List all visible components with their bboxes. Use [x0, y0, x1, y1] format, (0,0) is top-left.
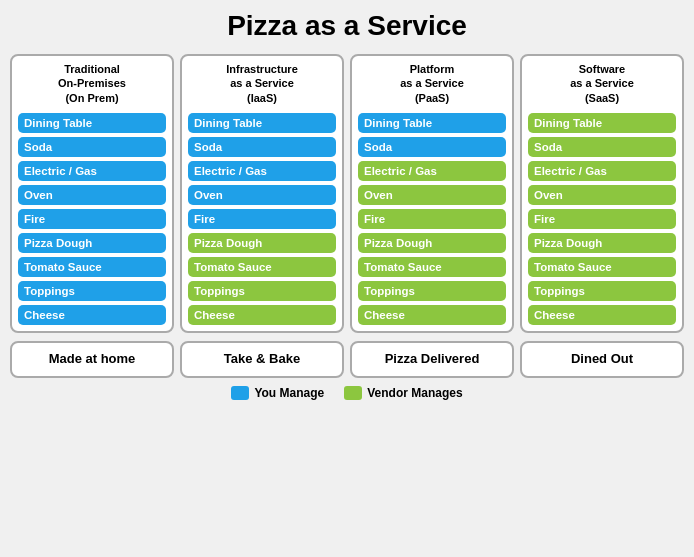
- item-electric--gas-on-prem: Electric / Gas: [18, 161, 166, 181]
- legend-color-box: [231, 386, 249, 400]
- item-fire-iaas: Fire: [188, 209, 336, 229]
- footer-label-saas: Dined Out: [520, 341, 684, 378]
- legend-item: You Manage: [231, 386, 324, 400]
- item-tomato-sauce-on-prem: Tomato Sauce: [18, 257, 166, 277]
- footer-label-paas: Pizza Delivered: [350, 341, 514, 378]
- item-fire-paas: Fire: [358, 209, 506, 229]
- item-cheese-on-prem: Cheese: [18, 305, 166, 325]
- item-fire-saas: Fire: [528, 209, 676, 229]
- legend-label: Vendor Manages: [367, 386, 462, 400]
- footer-row: Made at homeTake & BakePizza DeliveredDi…: [10, 341, 684, 378]
- item-soda-iaas: Soda: [188, 137, 336, 157]
- item-cheese-paas: Cheese: [358, 305, 506, 325]
- column-paas: Platform as a Service (PaaS)Dining Table…: [350, 54, 514, 333]
- item-tomato-sauce-iaas: Tomato Sauce: [188, 257, 336, 277]
- item-dining-table-on-prem: Dining Table: [18, 113, 166, 133]
- item-electric--gas-paas: Electric / Gas: [358, 161, 506, 181]
- item-toppings-iaas: Toppings: [188, 281, 336, 301]
- col-header-on-prem: Traditional On-Premises (On Prem): [18, 62, 166, 105]
- item-oven-paas: Oven: [358, 185, 506, 205]
- item-toppings-saas: Toppings: [528, 281, 676, 301]
- item-soda-paas: Soda: [358, 137, 506, 157]
- legend-item: Vendor Manages: [344, 386, 462, 400]
- item-cheese-iaas: Cheese: [188, 305, 336, 325]
- page-title: Pizza as a Service: [227, 10, 467, 42]
- item-oven-iaas: Oven: [188, 185, 336, 205]
- col-header-iaas: Infrastructure as a Service (IaaS): [188, 62, 336, 105]
- item-pizza-dough-iaas: Pizza Dough: [188, 233, 336, 253]
- item-electric--gas-saas: Electric / Gas: [528, 161, 676, 181]
- col-header-paas: Platform as a Service (PaaS): [358, 62, 506, 105]
- item-dining-table-paas: Dining Table: [358, 113, 506, 133]
- legend-label: You Manage: [254, 386, 324, 400]
- item-electric--gas-iaas: Electric / Gas: [188, 161, 336, 181]
- footer-label-iaas: Take & Bake: [180, 341, 344, 378]
- item-soda-saas: Soda: [528, 137, 676, 157]
- column-saas: Software as a Service (SaaS)Dining Table…: [520, 54, 684, 333]
- column-iaas: Infrastructure as a Service (IaaS)Dining…: [180, 54, 344, 333]
- column-on-prem: Traditional On-Premises (On Prem)Dining …: [10, 54, 174, 333]
- columns-wrapper: Traditional On-Premises (On Prem)Dining …: [10, 54, 684, 333]
- footer-label-on-prem: Made at home: [10, 341, 174, 378]
- item-oven-on-prem: Oven: [18, 185, 166, 205]
- item-cheese-saas: Cheese: [528, 305, 676, 325]
- item-toppings-on-prem: Toppings: [18, 281, 166, 301]
- item-dining-table-saas: Dining Table: [528, 113, 676, 133]
- item-dining-table-iaas: Dining Table: [188, 113, 336, 133]
- item-pizza-dough-paas: Pizza Dough: [358, 233, 506, 253]
- item-oven-saas: Oven: [528, 185, 676, 205]
- item-tomato-sauce-paas: Tomato Sauce: [358, 257, 506, 277]
- item-fire-on-prem: Fire: [18, 209, 166, 229]
- item-pizza-dough-saas: Pizza Dough: [528, 233, 676, 253]
- legend-row: You ManageVendor Manages: [231, 386, 462, 400]
- item-tomato-sauce-saas: Tomato Sauce: [528, 257, 676, 277]
- item-soda-on-prem: Soda: [18, 137, 166, 157]
- item-toppings-paas: Toppings: [358, 281, 506, 301]
- item-pizza-dough-on-prem: Pizza Dough: [18, 233, 166, 253]
- legend-color-box: [344, 386, 362, 400]
- col-header-saas: Software as a Service (SaaS): [528, 62, 676, 105]
